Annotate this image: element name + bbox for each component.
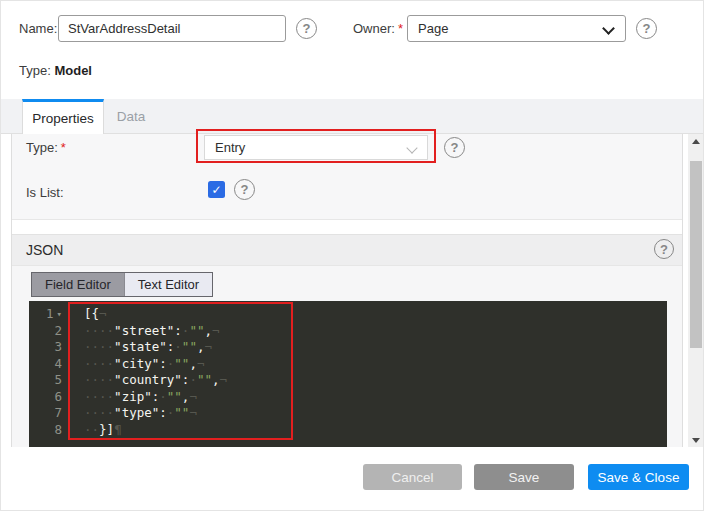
- code-line: 7····"type":·""¬: [29, 405, 667, 422]
- text-editor-tab[interactable]: Text Editor: [124, 273, 212, 296]
- code-text: ····"type":·""¬: [71, 405, 197, 422]
- vertical-scrollbar[interactable]: [688, 134, 704, 447]
- checkbox-check-icon: ✓: [211, 183, 221, 197]
- tab-data[interactable]: Data: [105, 99, 157, 134]
- variable-editor-dialog: Name:* ? Owner:* Page ? Type: Model Prop…: [0, 0, 704, 511]
- field-editor-label: Field Editor: [45, 277, 111, 292]
- code-text: ····"zip":·"",¬: [71, 389, 197, 406]
- line-number: 1▾: [29, 306, 71, 323]
- tab-data-label: Data: [117, 109, 146, 124]
- entry-type-required-asterisk: *: [61, 140, 66, 155]
- question-mark-glyph: ?: [241, 182, 249, 197]
- code-text: ··}]¶: [71, 422, 122, 439]
- line-number: 6: [29, 389, 71, 406]
- code-text: ····"street":·"",¬: [71, 323, 220, 340]
- tab-bar: Properties Data: [1, 99, 704, 134]
- owner-select[interactable]: Page: [407, 15, 626, 42]
- text-editor-label: Text Editor: [138, 277, 199, 292]
- code-text: [{¬: [71, 306, 107, 323]
- cancel-button[interactable]: Cancel: [363, 464, 462, 490]
- json-section-header: JSON: [12, 234, 682, 266]
- save-button[interactable]: Save: [474, 464, 574, 490]
- question-mark-glyph: ?: [303, 21, 311, 36]
- name-help-icon[interactable]: ?: [296, 18, 317, 39]
- scrollbar-thumb[interactable]: [690, 161, 702, 348]
- code-lines: 1▾[{¬2····"street":·"",¬3····"state":·""…: [29, 306, 667, 438]
- json-help-icon[interactable]: ?: [654, 239, 674, 259]
- code-text: ····"country":·"",¬: [71, 372, 227, 389]
- field-editor-tab[interactable]: Field Editor: [32, 273, 124, 296]
- code-text: ····"city":·"",¬: [71, 356, 204, 373]
- save-and-close-button[interactable]: Save & Close: [588, 464, 689, 490]
- owner-required-asterisk: *: [398, 21, 403, 36]
- scroll-down-arrow[interactable]: [688, 433, 704, 447]
- entry-type-selected-value: Entry: [215, 140, 245, 155]
- question-mark-glyph: ?: [660, 242, 668, 257]
- owner-help-icon[interactable]: ?: [636, 18, 657, 39]
- tab-properties[interactable]: Properties: [22, 99, 104, 135]
- entry-type-label: Type:*: [26, 140, 66, 155]
- code-line: 2····"street":·"",¬: [29, 323, 667, 340]
- chevron-down-icon: [406, 142, 417, 153]
- line-number: 3: [29, 339, 71, 356]
- line-number: 2: [29, 323, 71, 340]
- line-number: 7: [29, 405, 71, 422]
- code-line: 1▾[{¬: [29, 306, 667, 323]
- chevron-down-icon: [602, 22, 615, 35]
- line-number: 4: [29, 356, 71, 373]
- json-section-title: JSON: [26, 242, 63, 258]
- line-number: 5: [29, 372, 71, 389]
- entry-type-help-icon[interactable]: ?: [444, 137, 465, 158]
- code-line: 8··}]¶: [29, 422, 667, 439]
- fold-arrow-icon[interactable]: ▾: [57, 306, 62, 323]
- line-number: 8: [29, 422, 71, 439]
- is-list-checkbox[interactable]: ✓: [208, 181, 225, 198]
- code-line: 5····"country":·"",¬: [29, 372, 667, 389]
- json-code-editor[interactable]: 1▾[{¬2····"street":·"",¬3····"state":·""…: [29, 301, 667, 447]
- scroll-up-arrow[interactable]: [688, 134, 704, 148]
- name-input[interactable]: [58, 15, 286, 42]
- is-list-help-icon[interactable]: ?: [234, 179, 255, 200]
- question-mark-glyph: ?: [451, 140, 459, 155]
- code-line: 4····"city":·"",¬: [29, 356, 667, 373]
- question-mark-glyph: ?: [643, 21, 651, 36]
- json-editor-mode-toggle: Field Editor Text Editor: [31, 272, 213, 297]
- type-model-line: Type: Model: [19, 63, 92, 78]
- code-text: ····"state":·"",¬: [71, 339, 212, 356]
- is-list-label: Is List:: [26, 185, 64, 200]
- type-model-value: Model: [54, 63, 92, 78]
- code-line: 3····"state":·"",¬: [29, 339, 667, 356]
- tab-properties-label: Properties: [32, 111, 94, 126]
- owner-selected-value: Page: [418, 21, 448, 36]
- code-line: 6····"zip":·"",¬: [29, 389, 667, 406]
- owner-label: Owner:*: [353, 21, 403, 36]
- entry-type-dropdown[interactable]: Entry: [204, 135, 428, 160]
